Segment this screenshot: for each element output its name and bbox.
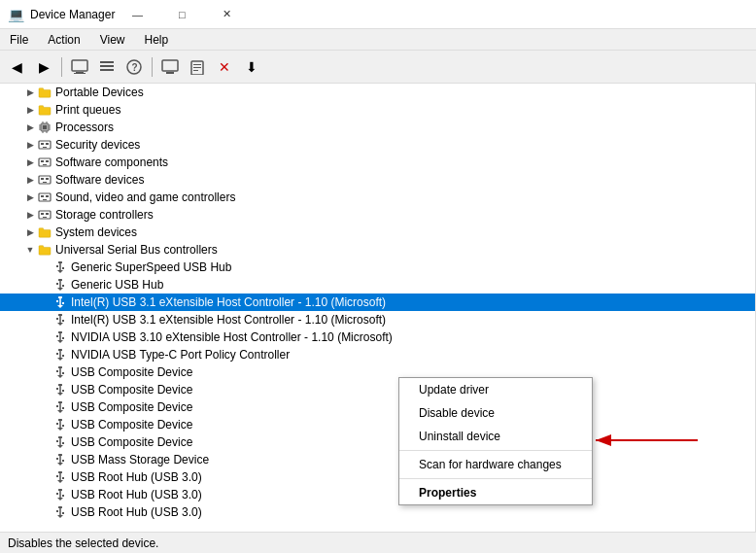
svg-marker-73 [57,358,63,361]
toolbar-back[interactable]: ◀ [4,54,29,80]
menu-bar: File Action View Help [0,29,756,51]
toolbar-list[interactable] [94,54,120,80]
context-menu-item-0[interactable]: Update driver [399,378,592,401]
tree-item-label: Software components [55,156,168,169]
close-button[interactable]: ✕ [204,0,249,29]
toolbar-computer[interactable] [67,54,92,80]
folder-icon [37,85,52,100]
toolbar-properties[interactable] [185,54,210,80]
svg-rect-27 [41,143,44,145]
usb-icon [52,417,68,432]
svg-rect-104 [56,458,58,460]
svg-marker-83 [57,393,63,396]
expand-arrow[interactable]: ▶ [23,120,37,135]
tree-item-23[interactable]: USB Root Hub (USB 3.0) [0,486,755,503]
toolbar-help[interactable]: ? [121,54,147,80]
window-controls: — □ ✕ [115,0,249,29]
tree-item-label: USB Mass Storage Device [71,453,209,467]
svg-text:?: ? [132,62,138,73]
menu-help[interactable]: Help [135,29,179,50]
tree-item-18[interactable]: USB Composite Device [0,398,755,416]
expand-arrow[interactable]: ▶ [23,85,37,100]
tree-item-5[interactable]: ▶ Software devices [0,171,755,189]
usb-icon [52,452,68,467]
tree-item-14[interactable]: NVIDIA USB 3.10 eXtensible Host Controll… [0,328,755,346]
svg-rect-4 [100,65,114,67]
usb-icon [52,504,68,520]
svg-rect-69 [56,335,58,337]
context-menu-separator [399,450,592,451]
maximize-button[interactable]: □ [159,0,204,29]
svg-rect-51 [58,279,62,281]
usb-icon [52,487,68,502]
tree-item-label: Generic USB Hub [71,278,163,292]
expand-arrow[interactable]: ▶ [23,155,37,170]
context-menu-item-4[interactable]: Scan for hardware changes [399,453,592,476]
tree-item-16[interactable]: USB Composite Device [0,363,755,381]
usb-icon [52,399,68,415]
tree-item-8[interactable]: ▶ System devices [0,224,755,241]
minimize-button[interactable]: — [115,0,159,29]
svg-rect-11 [193,64,201,65]
svg-marker-98 [57,445,63,448]
svg-rect-105 [62,460,64,462]
svg-rect-32 [46,160,49,162]
tree-item-17[interactable]: USB Composite Device [0,381,755,398]
tree-item-2[interactable]: ▶ Processors [0,119,755,136]
tree-item-label: Processors [55,121,114,134]
expand-arrow[interactable]: ▶ [23,172,37,188]
expand-arrow[interactable]: ▶ [23,207,37,223]
tree-item-label: Security devices [55,138,140,152]
expand-arrow[interactable]: ▶ [23,102,37,118]
toolbar-remove[interactable]: ✕ [212,54,237,80]
device-tree[interactable]: ▶ Portable Devices▶ Print queues▶ Proces… [0,84,756,532]
svg-marker-113 [57,498,63,501]
expand-arrow[interactable]: ▶ [23,225,37,240]
toolbar-sep-1 [61,57,62,77]
tree-item-24[interactable]: USB Root Hub (USB 3.0) [0,503,755,521]
menu-action[interactable]: Action [38,29,89,50]
svg-rect-71 [58,349,62,351]
tree-item-7[interactable]: ▶ Storage controllers [0,206,755,224]
tree-item-20[interactable]: USB Composite Device [0,433,755,451]
expand-arrow[interactable]: ▶ [23,137,37,153]
context-menu-item-1[interactable]: Disable device [399,401,592,425]
menu-view[interactable]: View [90,29,135,50]
context-menu-item-2[interactable]: Uninstall device [399,425,592,448]
tree-item-10[interactable]: Generic SuperSpeed USB Hub [0,259,755,276]
svg-rect-119 [56,510,58,512]
tree-item-12[interactable]: Intel(R) USB 3.1 eXtensible Host Control… [0,294,755,311]
svg-rect-9 [166,72,174,74]
expand-arrow[interactable]: ▶ [23,190,37,205]
expand-arrow[interactable]: ▼ [23,242,37,258]
tree-item-19[interactable]: USB Composite Device [0,416,755,433]
tree-item-21[interactable]: USB Mass Storage Device [0,451,755,468]
svg-rect-66 [58,331,62,333]
tree-item-15[interactable]: NVIDIA USB Type-C Port Policy Controller [0,346,755,363]
menu-file[interactable]: File [0,29,38,50]
svg-rect-65 [62,320,64,322]
status-bar: Disables the selected device. [0,532,756,553]
tree-item-0[interactable]: ▶ Portable Devices [0,84,755,101]
tree-item-6[interactable]: ▶ Sound, video and game controllers [0,189,755,206]
toolbar-monitor[interactable] [157,54,183,80]
svg-marker-63 [57,323,63,326]
tree-item-22[interactable]: USB Root Hub (USB 3.0) [0,468,755,486]
device-icon [37,207,52,223]
svg-rect-28 [46,143,49,145]
context-menu-item-6[interactable]: Properties [399,481,592,504]
tree-item-3[interactable]: ▶ Security devices [0,136,755,154]
usb-icon [52,469,68,485]
tree-item-9[interactable]: ▼ Universal Serial Bus controllers [0,241,755,259]
toolbar-forward[interactable]: ▶ [31,54,56,80]
tree-item-4[interactable]: ▶ Software components [0,154,755,171]
tree-item-11[interactable]: Generic USB Hub [0,276,755,294]
svg-rect-46 [58,261,62,263]
svg-rect-2 [74,73,86,74]
toolbar-download[interactable]: ⬇ [239,54,264,80]
tree-item-13[interactable]: Intel(R) USB 3.1 eXtensible Host Control… [0,311,755,328]
status-text: Disables the selected device. [8,536,158,550]
svg-rect-90 [62,407,64,409]
svg-rect-111 [58,489,62,491]
tree-item-1[interactable]: ▶ Print queues [0,101,755,119]
